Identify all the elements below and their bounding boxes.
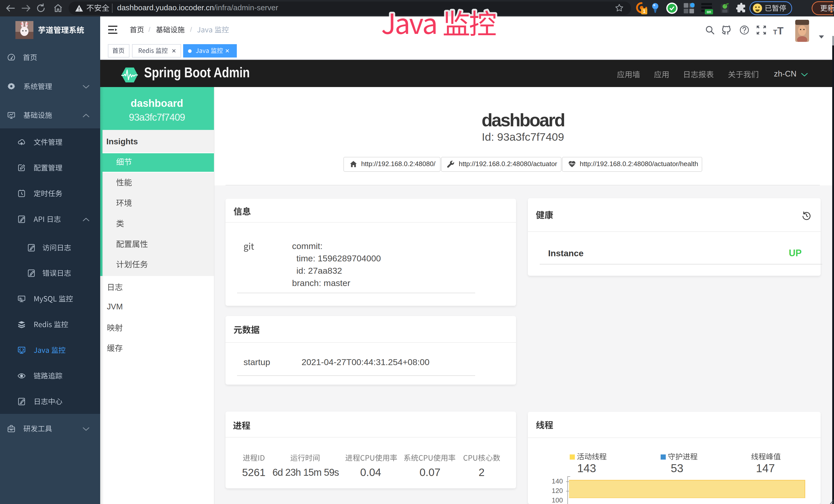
svg-text:1: 1 — [643, 9, 645, 14]
svg-text:on: on — [707, 10, 711, 14]
